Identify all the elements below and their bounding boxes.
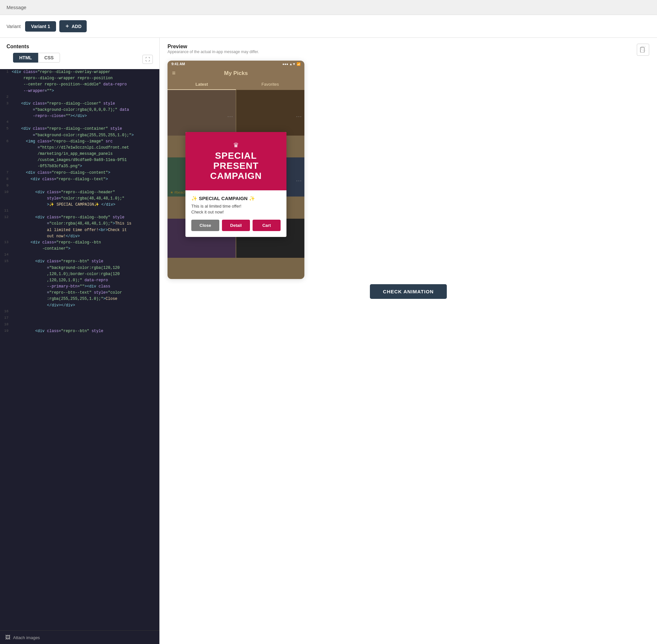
status-time: 9:41 AM (171, 62, 185, 66)
code-line: 16 (0, 308, 159, 315)
html-tab[interactable]: HTML (13, 53, 38, 63)
code-line: 13 <div class="repro--dialog--btn -conta… (0, 239, 159, 252)
modal-detail-button[interactable]: Detail (222, 220, 250, 231)
modal-title: SPECIALPRESENTCAMPAIGN (192, 151, 280, 181)
sparkle-icon-2: ✨ (249, 196, 255, 201)
modal-buttons: Close Detail Cart (191, 220, 281, 231)
code-line: 17 (0, 315, 159, 322)
phone-content: ⋯ ⋯ ★ #beachskate ⋯ #beach ⋯ (167, 90, 304, 279)
code-line: 7 <div class="repro--dialog--content"> (0, 170, 159, 176)
code-line: 14 (0, 252, 159, 258)
preview-subtitle: Appearance of the actual in-app message … (167, 49, 259, 54)
code-line: 6 <img class="repro--dialog--image" src … (0, 139, 159, 170)
modal-campaign-title: ✨ SPECIAL CAMPAIGN ✨ (191, 196, 281, 201)
modal-header: ♛ SPECIALPRESENTCAMPAIGN (185, 132, 286, 190)
code-line: 1 <div class="repro--dialog--overlay-wra… (0, 69, 159, 94)
modal-close-button[interactable]: Close (191, 220, 219, 231)
main-content: Contents HTML CSS ⛶ 1 <div class="repro-… (0, 38, 657, 644)
code-line: 10 <div class="repro--dialog--header" st… (0, 189, 159, 208)
left-panel: Contents HTML CSS ⛶ 1 <div class="repro-… (0, 38, 160, 644)
code-line: 5 <div class="repro--dialog--container" … (0, 126, 159, 138)
nav-title: My Picks (224, 70, 248, 76)
tab-bar: HTML CSS (6, 53, 67, 66)
code-line: 18 (0, 322, 159, 328)
contents-header: Contents (0, 38, 159, 53)
css-tab[interactable]: CSS (38, 53, 60, 63)
variant-label: Variant (6, 24, 21, 29)
phone-tab-favorites: Favorites (236, 79, 304, 90)
variant1-button[interactable]: Variant 1 (25, 21, 56, 31)
top-bar-title: Message (6, 4, 26, 10)
status-signal: ●●● ▲▼ 📶 (283, 62, 301, 66)
code-line: 12 <div class="repro--dialog--body" styl… (0, 214, 159, 239)
tab-bar-row: HTML CSS ⛶ (0, 53, 159, 69)
attach-images[interactable]: 🖼 Attach images (0, 630, 159, 644)
code-line: 2 (0, 94, 159, 101)
hamburger-icon: ≡ (172, 70, 175, 76)
toolbar: Variant Variant 1 ＋ ADD (0, 15, 657, 38)
attach-icon: 🖼 (5, 635, 10, 640)
expand-button[interactable]: ⛶ (142, 55, 153, 64)
modal-cart-button[interactable]: Cart (253, 220, 281, 231)
phone-status-bar: 9:41 AM ●●● ▲▼ 📶 (167, 61, 304, 67)
sparkle-icon: ✨ (191, 196, 197, 201)
code-line: 8 <div class="repro--dialog--text"> (0, 176, 159, 183)
phone-nav: ≡ My Picks (167, 67, 304, 79)
code-line: 9 (0, 183, 159, 189)
right-panel: Preview Appearance of the actual in-app … (160, 38, 657, 644)
attach-label: Attach images (13, 635, 40, 640)
plus-icon: ＋ (65, 23, 70, 30)
modal-description: This is al limited time offer!Check it o… (191, 203, 281, 215)
code-editor[interactable]: 1 <div class="repro--dialog--overlay-wra… (0, 69, 159, 630)
modal-body: ✨ SPECIAL CAMPAIGN ✨ This is al limited … (185, 190, 286, 237)
top-bar: Message (0, 0, 657, 15)
add-button[interactable]: ＋ ADD (59, 20, 87, 32)
code-line: 15 <div class="repro--btn" style ="backg… (0, 258, 159, 308)
modal-dialog: ♛ SPECIALPRESENTCAMPAIGN ✨ SPECIAL CAMPA… (185, 132, 286, 237)
add-label: ADD (72, 24, 81, 29)
svg-rect-0 (640, 47, 644, 52)
modal-crown-icon: ♛ (192, 141, 280, 149)
code-line: 11 (0, 208, 159, 214)
preview-header-row: Preview Appearance of the actual in-app … (167, 44, 649, 59)
code-line: 3 <div class="repro--dialog--closer" sty… (0, 101, 159, 120)
phone-mockup: 9:41 AM ●●● ▲▼ 📶 ≡ My Picks Latest Favor… (167, 61, 304, 279)
modal-overlay: ♛ SPECIALPRESENTCAMPAIGN ✨ SPECIAL CAMPA… (167, 90, 304, 279)
code-line: 19 <div class="repro--btn" style (0, 328, 159, 335)
phone-tab-latest: Latest (167, 79, 236, 90)
rotate-button[interactable] (637, 44, 649, 56)
check-animation-button[interactable]: CHECK ANIMATION (370, 284, 447, 299)
code-line: 4 (0, 119, 159, 126)
preview-title: Preview (167, 44, 259, 49)
svg-rect-1 (642, 46, 646, 50)
phone-tabs: Latest Favorites (167, 79, 304, 90)
